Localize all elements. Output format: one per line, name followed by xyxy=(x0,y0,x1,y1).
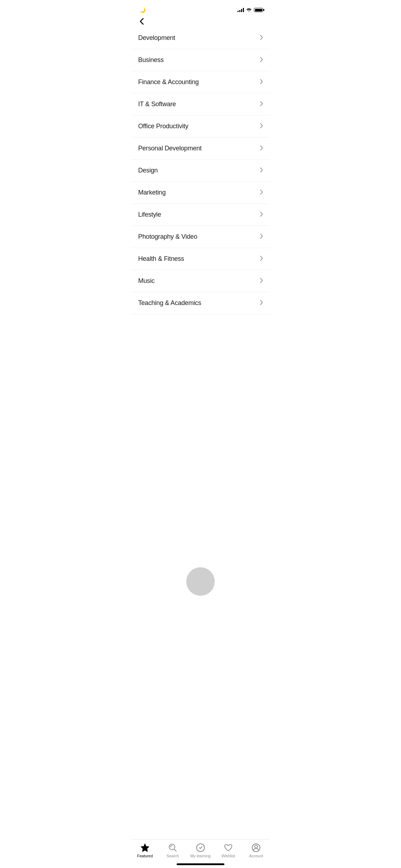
category-item-photography-video[interactable]: Photography & Video xyxy=(131,226,270,248)
chevron-right-icon xyxy=(260,57,263,63)
category-item-teaching-academics[interactable]: Teaching & Academics xyxy=(131,292,270,314)
category-item-business[interactable]: Business xyxy=(131,49,270,71)
category-label: Photography & Video xyxy=(138,233,197,241)
chevron-right-icon xyxy=(260,79,263,86)
category-label: Health & Fitness xyxy=(138,255,184,263)
category-label: Office Productivity xyxy=(138,123,188,130)
category-item-design[interactable]: Design xyxy=(131,160,270,182)
wifi-icon xyxy=(246,8,252,12)
category-label: Business xyxy=(138,56,163,64)
status-icons xyxy=(238,8,263,12)
moon-icon: 🌙 xyxy=(140,7,146,13)
chevron-right-icon xyxy=(260,256,263,262)
category-label: Lifestyle xyxy=(138,211,161,218)
category-item-personal-development[interactable]: Personal Development xyxy=(131,138,270,160)
category-label: Finance & Accounting xyxy=(138,78,199,86)
chevron-right-icon xyxy=(260,167,263,174)
category-item-music[interactable]: Music xyxy=(131,270,270,292)
category-list: Development Business Finance & Accountin… xyxy=(131,27,270,314)
category-label: IT & Software xyxy=(138,100,176,108)
chevron-right-icon xyxy=(260,234,263,240)
back-button[interactable] xyxy=(138,16,145,26)
category-item-development[interactable]: Development xyxy=(131,27,270,49)
category-label: Marketing xyxy=(138,189,166,196)
category-item-office-productivity[interactable]: Office Productivity xyxy=(131,115,270,138)
status-bar: 🌙 xyxy=(131,0,270,18)
category-label: Personal Development xyxy=(138,145,202,152)
chevron-right-icon xyxy=(260,123,263,130)
chevron-right-icon xyxy=(260,145,263,152)
battery-icon xyxy=(254,8,263,12)
chevron-right-icon xyxy=(260,101,263,108)
chevron-right-icon xyxy=(260,190,263,196)
chevron-right-icon xyxy=(260,300,263,306)
category-item-finance[interactable]: Finance & Accounting xyxy=(131,71,270,93)
signal-icon xyxy=(238,8,244,12)
category-label: Design xyxy=(138,167,158,174)
category-item-marketing[interactable]: Marketing xyxy=(131,182,270,204)
chevron-right-icon xyxy=(260,278,263,284)
chevron-right-icon xyxy=(260,35,263,41)
category-item-it-software[interactable]: IT & Software xyxy=(131,93,270,115)
category-item-lifestyle[interactable]: Lifestyle xyxy=(131,204,270,226)
header xyxy=(131,18,270,27)
category-label: Music xyxy=(138,277,155,285)
category-item-health-fitness[interactable]: Health & Fitness xyxy=(131,248,270,270)
chevron-right-icon xyxy=(260,212,263,218)
category-label: Development xyxy=(138,34,175,42)
category-label: Teaching & Academics xyxy=(138,299,201,307)
